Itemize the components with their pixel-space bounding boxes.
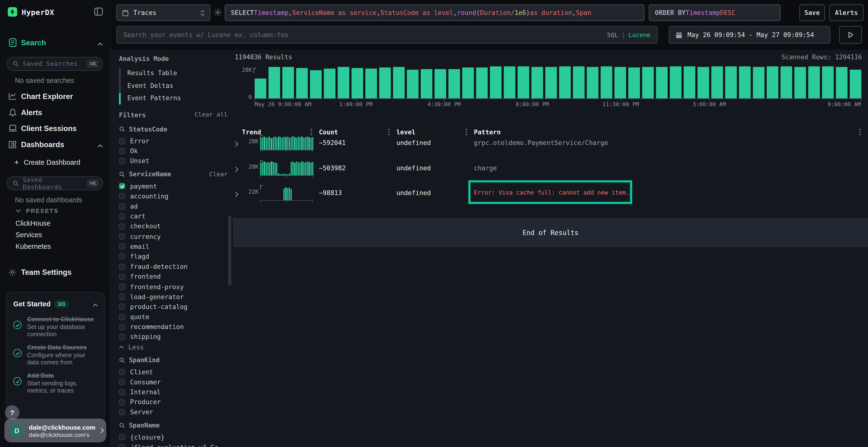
expand-chevron-icon[interactable] <box>235 164 239 175</box>
date-range-picker[interactable]: May 26 09:09:54 - May 27 09:09:54 <box>669 26 830 44</box>
get-started-item[interactable]: Add DataStart sending logs, metrics, or … <box>13 372 98 394</box>
filter-option[interactable]: checkout <box>119 221 227 232</box>
lang-toggle-lucene[interactable]: Lucene <box>628 31 650 38</box>
show-less-toggle[interactable]: Less <box>119 342 227 352</box>
lang-toggle-sql[interactable]: SQL <box>607 31 618 38</box>
checkbox[interactable] <box>119 304 125 310</box>
user-menu[interactable]: D dale@clickhouse.com dale@clickhouse.co… <box>4 419 106 442</box>
checkbox[interactable] <box>119 233 125 239</box>
checkbox[interactable] <box>119 243 125 249</box>
filter-option[interactable]: quote <box>119 312 227 322</box>
checkbox[interactable] <box>119 389 125 395</box>
checkbox[interactable] <box>119 203 125 209</box>
expand-chevron-icon[interactable] <box>235 189 239 200</box>
checkbox[interactable] <box>119 274 125 280</box>
sidebar-item-team-settings[interactable]: Team Settings <box>0 266 111 278</box>
chevron-up-icon[interactable] <box>97 139 103 149</box>
checkbox[interactable] <box>119 379 125 385</box>
analysis-mode-option[interactable]: Event Deltas <box>127 79 227 92</box>
filter-option[interactable]: flagd <box>119 251 227 262</box>
filter-option[interactable]: payment <box>119 181 227 191</box>
sidebar-item-chart-explorer[interactable]: Chart Explorer <box>0 90 111 102</box>
filter-option[interactable]: accounting <box>119 191 227 201</box>
source-settings-gear-icon[interactable] <box>214 8 222 19</box>
filter-option[interactable]: recommendation <box>119 322 227 332</box>
filter-option[interactable]: Internal <box>119 387 227 397</box>
filter-option[interactable]: ad <box>119 201 227 211</box>
filter-option[interactable]: Consumer <box>119 377 227 387</box>
saved-dashboards-input[interactable]: Saved Dashboards ⌘K <box>7 176 103 190</box>
checkbox[interactable] <box>119 324 125 330</box>
filter-option[interactable]: Unset <box>119 156 227 166</box>
checkbox[interactable] <box>119 148 125 154</box>
checkbox[interactable] <box>119 314 125 320</box>
filter-option[interactable]: Server <box>119 407 227 417</box>
filter-option[interactable]: Client <box>119 367 227 377</box>
alerts-button[interactable]: Alerts <box>829 4 863 21</box>
filter-option[interactable]: /flagd.evaluation.v1.Se… <box>119 442 227 447</box>
run-query-button[interactable] <box>839 26 862 44</box>
get-started-item[interactable]: Connect to ClickHouseSet up your databas… <box>13 316 98 338</box>
sidebar-item-search[interactable]: Search <box>0 37 111 49</box>
sidebar-item-alerts[interactable]: Alerts <box>0 106 111 118</box>
checkbox[interactable] <box>119 399 125 405</box>
app-logo[interactable]: HyperDX <box>8 7 54 16</box>
filter-option[interactable]: {closure} <box>119 432 227 442</box>
expand-chevron-icon[interactable] <box>235 139 239 149</box>
clear-all-filters-button[interactable]: Clear all <box>194 111 227 118</box>
preset-kubernetes[interactable]: Kubernetes <box>16 243 51 250</box>
checkbox[interactable] <box>119 213 125 219</box>
filter-option[interactable]: email <box>119 242 227 252</box>
clear-filter-button[interactable]: Clear <box>209 171 227 178</box>
chevron-up-icon[interactable] <box>97 37 103 48</box>
filter-option[interactable]: product-catalog <box>119 302 227 312</box>
filter-option[interactable]: frontend <box>119 272 227 282</box>
analysis-mode-option[interactable]: Results Table <box>127 67 227 79</box>
sidebar-collapse-icon[interactable] <box>94 7 103 18</box>
order-by-input[interactable]: ORDER BY Timestamp DESC <box>649 4 780 21</box>
pattern-row[interactable]: 28K~592041undefinedgrpc.oteldemo.Payment… <box>233 134 868 159</box>
filter-option[interactable]: shipping <box>119 332 227 342</box>
lucene-search-input[interactable]: Search your events w/ Lucene ex. column:… <box>116 26 657 44</box>
chevron-up-icon[interactable] <box>92 299 98 309</box>
events-histogram[interactable] <box>255 66 861 99</box>
checkbox[interactable] <box>119 158 125 164</box>
checkbox[interactable] <box>119 369 125 375</box>
create-dashboard-button[interactable]: + Create Dashboard <box>14 158 80 166</box>
checkbox[interactable] <box>119 183 125 189</box>
filters-scrollbar[interactable] <box>228 215 231 285</box>
help-button[interactable]: ? <box>5 405 20 420</box>
checkbox[interactable] <box>119 409 125 415</box>
checkbox[interactable] <box>119 284 125 290</box>
checkbox[interactable] <box>119 434 125 440</box>
checkbox[interactable] <box>119 294 125 300</box>
filter-option[interactable]: currency <box>119 232 227 242</box>
checkbox[interactable] <box>119 193 125 199</box>
checkbox[interactable] <box>119 223 125 229</box>
filter-option[interactable]: Error <box>119 136 227 146</box>
sidebar-item-client-sessions[interactable]: Client Sessions <box>0 122 111 134</box>
checkbox[interactable] <box>119 138 125 144</box>
filter-option[interactable]: Ok <box>119 146 227 156</box>
presets-toggle[interactable]: PRESETS <box>16 207 59 214</box>
get-started-item[interactable]: Create Data SourcesConfigure where your … <box>13 344 98 366</box>
pattern-row[interactable]: 22K~98813undefinedError: Visa cache full… <box>233 184 868 209</box>
save-button[interactable]: Save <box>799 4 825 21</box>
preset-services[interactable]: Services <box>16 231 42 239</box>
filter-option[interactable]: frontend-proxy <box>119 282 227 292</box>
saved-searches-input[interactable]: Saved Searches ⌘K <box>7 57 103 71</box>
source-select[interactable]: Traces <box>116 4 210 21</box>
preset-clickhouse[interactable]: ClickHouse <box>16 219 51 227</box>
sql-select-input[interactable]: SELECT Timestamp, ServiceName as service… <box>225 4 644 21</box>
analysis-mode-option[interactable]: Event Patterns <box>127 92 227 104</box>
filter-option[interactable]: fraud-detection <box>119 262 227 272</box>
highlighted-error-pattern[interactable]: Error: Visa cache full: cannot add new i… <box>468 180 632 204</box>
checkbox[interactable] <box>119 264 125 270</box>
filter-option[interactable]: Producer <box>119 397 227 407</box>
sidebar-item-dashboards[interactable]: Dashboards <box>0 138 111 150</box>
filter-option[interactable]: load-generator <box>119 291 227 302</box>
checkbox[interactable] <box>119 444 125 447</box>
checkbox[interactable] <box>119 334 125 340</box>
filter-option[interactable]: cart <box>119 211 227 221</box>
checkbox[interactable] <box>119 253 125 260</box>
